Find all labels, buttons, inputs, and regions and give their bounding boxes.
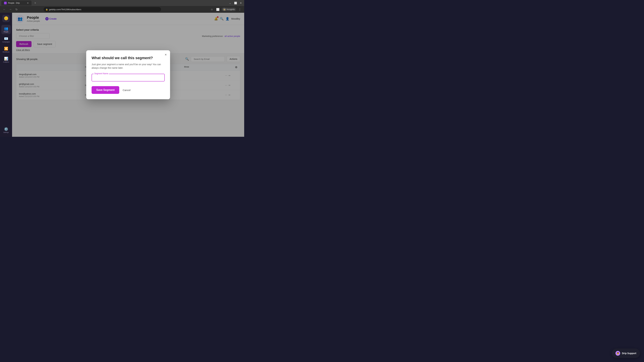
logo-icon: 😊 <box>4 16 8 21</box>
save-segment-modal: × What should we call this segment? Just… <box>86 50 170 99</box>
incognito-badge: 🕵 Incognito <box>222 7 236 11</box>
segment-name-input[interactable] <box>94 76 162 80</box>
analytics-icon: 📊 <box>4 57 8 61</box>
workflows-label: Workflows <box>2 51 10 53</box>
tab-title: People · Drip <box>8 2 26 4</box>
incognito-icon: 🕵 <box>223 8 226 11</box>
tab-favicon: 🟣 <box>4 2 7 4</box>
modal-overlay: × What should we call this segment? Just… <box>12 13 244 137</box>
url-text: getdrip.com/7641396/subscribers <box>49 8 81 11</box>
sidebar-item-campaigns[interactable]: 📧 Campaigns <box>1 35 11 44</box>
new-tab-button[interactable]: + <box>33 1 38 5</box>
minimize-icon[interactable]: ⌄ <box>228 1 232 5</box>
tab-close-icon[interactable]: ✕ <box>27 2 29 4</box>
maximize-icon[interactable]: ⬜ <box>234 1 238 5</box>
close-icon[interactable]: ✕ <box>239 1 243 5</box>
cancel-button[interactable]: Cancel <box>122 89 130 91</box>
campaigns-label: Campaigns <box>2 41 10 43</box>
back-button[interactable]: ← <box>2 7 7 12</box>
analytics-label: Analytics <box>3 61 9 63</box>
split-screen-icon[interactable]: ⬜ <box>216 7 220 12</box>
address-bar[interactable]: 🔒 getdrip.com/7641396/subscribers <box>44 7 161 12</box>
reload-button[interactable]: ↻ <box>14 7 19 12</box>
sidebar-item-analytics[interactable]: 📊 Analytics <box>1 55 11 64</box>
forward-button[interactable]: → <box>8 7 13 12</box>
people-icon: 👥 <box>4 26 8 30</box>
browser-chrome: 🟣 People · Drip ✕ + ⌄ ⬜ ✕ ← → ↻ 🔒 getdri… <box>0 0 244 13</box>
campaigns-icon: 📧 <box>4 36 8 40</box>
segment-name-label: Segment Name <box>94 72 109 75</box>
save-segment-modal-button[interactable]: Save Segment <box>92 86 119 94</box>
modal-description: Just give your segment a name and you'll… <box>92 63 165 70</box>
secure-icon: 🔒 <box>46 8 48 10</box>
browser-tab[interactable]: 🟣 People · Drip ✕ <box>1 0 32 5</box>
sidebar-item-workflows[interactable]: 🔀 Workflows <box>1 45 11 54</box>
sidebar: 😊 👥 People 📧 Campaigns 🔀 Workflows 📊 Ana… <box>0 13 12 137</box>
workflows-icon: 🔀 <box>4 46 8 51</box>
app-container: 😊 👥 People 📧 Campaigns 🔀 Workflows 📊 Ana… <box>0 13 244 137</box>
star-icon[interactable]: ☆ <box>210 7 214 12</box>
segment-name-input-group: Segment Name <box>92 74 165 81</box>
main-content: 👥 People Active people + Create 🔔 🔍 👤 Mo… <box>12 13 244 137</box>
sidebar-logo: 😊 <box>2 15 10 22</box>
sidebar-item-settings[interactable]: ⚙️ Settings <box>1 125 11 135</box>
modal-title: What should we call this segment? <box>92 56 165 60</box>
menu-icon[interactable]: ⋮ <box>238 7 242 12</box>
modal-close-button[interactable]: × <box>165 53 167 56</box>
incognito-label: Incognito <box>226 8 235 10</box>
settings-icon: ⚙️ <box>4 127 8 131</box>
sidebar-item-people[interactable]: 👥 People <box>1 25 11 34</box>
browser-addressbar: ← → ↻ 🔒 getdrip.com/7641396/subscribers … <box>0 6 244 13</box>
people-label: People <box>4 31 8 33</box>
window-controls: ⌄ ⬜ ✕ <box>228 1 243 5</box>
browser-titlebar: 🟣 People · Drip ✕ + ⌄ ⬜ ✕ <box>0 0 244 6</box>
settings-label: Settings <box>3 132 9 133</box>
modal-actions: Save Segment Cancel <box>92 86 165 94</box>
browser-actions: ☆ ⬜ 🕵 Incognito ⋮ <box>210 7 242 12</box>
